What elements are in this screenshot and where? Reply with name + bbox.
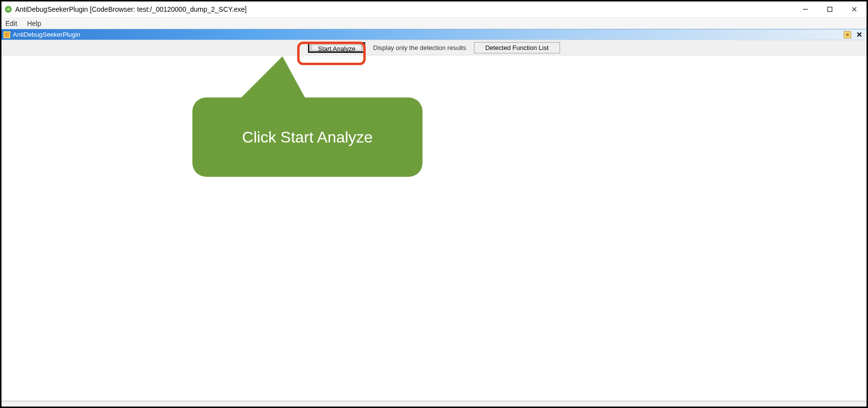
window-controls — [793, 1, 867, 17]
plugin-icon — [3, 31, 10, 38]
callout-bubble: Click Start Analyze — [192, 97, 422, 177]
window-root: AntiDebugSeekerPlugin [CodeBrowser: test… — [0, 0, 868, 408]
minimize-button[interactable] — [793, 1, 818, 17]
svg-rect-6 — [4, 32, 9, 37]
menu-bar: Edit Help — [1, 17, 867, 29]
plugin-menu-icon[interactable] — [843, 30, 852, 39]
menu-edit[interactable]: Edit — [3, 19, 19, 28]
toolbar: Start Analyze Display only the detection… — [1, 40, 867, 55]
detected-function-list-button[interactable]: Detected Function List — [474, 42, 560, 53]
maximize-button[interactable] — [818, 1, 842, 17]
display-only-label: Display only the detection results — [373, 44, 466, 51]
plugin-close-icon[interactable]: ✕ — [855, 30, 864, 39]
start-analyze-button[interactable]: Start Analyze — [310, 44, 363, 51]
svg-point-8 — [846, 33, 849, 36]
menu-help[interactable]: Help — [25, 19, 43, 28]
close-button[interactable] — [842, 1, 867, 17]
plugin-header-actions: ✕ — [843, 30, 864, 39]
status-bar — [1, 401, 867, 407]
title-bar: AntiDebugSeekerPlugin [CodeBrowser: test… — [1, 1, 867, 17]
content-area — [1, 55, 867, 401]
plugin-title: AntiDebugSeekerPlugin — [13, 31, 843, 38]
svg-rect-2 — [828, 7, 832, 12]
plugin-header: AntiDebugSeekerPlugin ✕ — [1, 29, 867, 40]
window-title: AntiDebugSeekerPlugin [CodeBrowser: test… — [15, 5, 793, 13]
callout-text: Click Start Analyze — [242, 128, 373, 146]
app-icon — [4, 5, 12, 13]
start-analyze-wrapper: Start Analyze — [308, 42, 365, 53]
